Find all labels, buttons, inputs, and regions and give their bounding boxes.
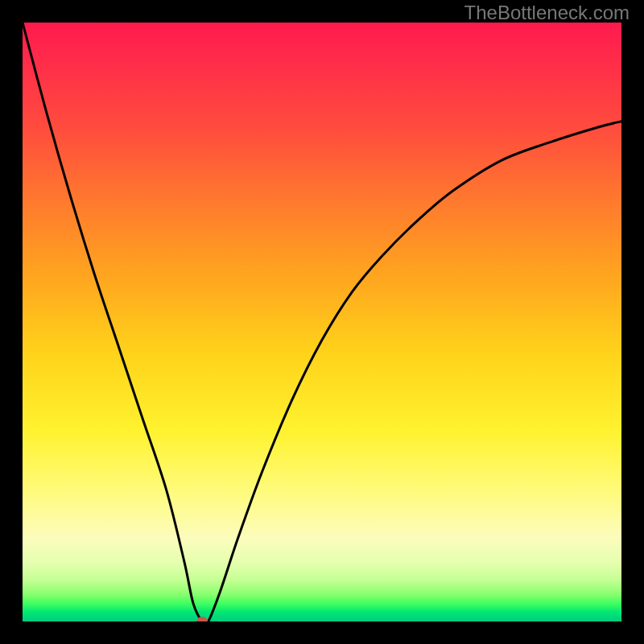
curve-path	[23, 23, 621, 621]
watermark: TheBottleneck.com	[464, 2, 630, 24]
minimum-marker	[196, 617, 208, 621]
plot-area	[23, 23, 621, 621]
curve-svg	[23, 23, 621, 621]
